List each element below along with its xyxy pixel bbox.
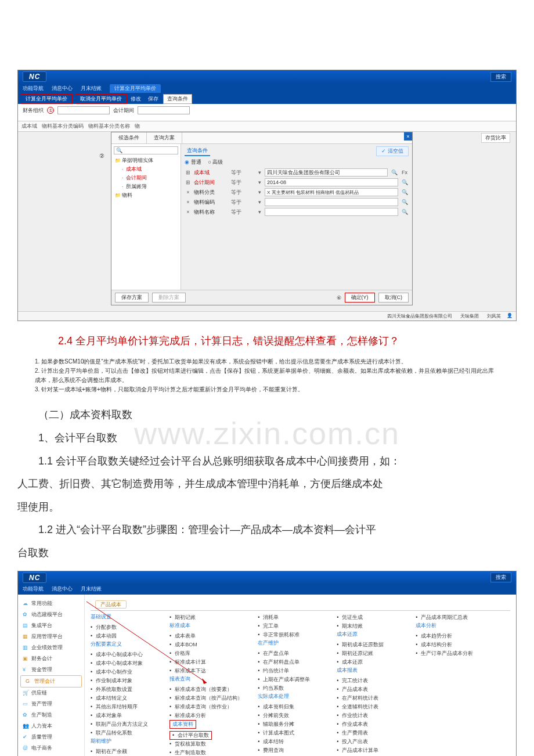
menu-item[interactable]: 成本资料归集 [258, 703, 322, 711]
sidebar-item[interactable]: ¥资金管理 [18, 664, 84, 675]
search-box[interactable]: 搜索 [490, 573, 511, 582]
sidebar-item[interactable]: ▭资产管理 [18, 699, 84, 710]
tree-material[interactable]: 物料 [114, 191, 178, 200]
cond-value[interactable] [265, 208, 398, 216]
menu-item[interactable]: 非正常损耗标准 [258, 631, 322, 639]
chevron-down-icon[interactable]: ▾ [257, 170, 262, 175]
menu-item[interactable]: 生产制造取数 [169, 748, 243, 756]
breadcrumb-item[interactable]: 产品成本 [95, 600, 127, 609]
sidebar-item[interactable]: ✔质量管理 [18, 732, 84, 743]
menu-item[interactable]: 成本还原 [337, 658, 400, 667]
menu-item[interactable]: 月末结账 [81, 585, 102, 593]
sidebar-item[interactable]: ☁常用功能 [18, 598, 84, 609]
menu-item[interactable]: 产品成本表 [337, 685, 400, 694]
edit-button[interactable]: 修改 [127, 95, 145, 103]
menu-item[interactable]: 月末结账 [81, 85, 102, 92]
remove-icon[interactable]: × [185, 209, 192, 215]
menu-item[interactable]: 成本中心制成本中心 [91, 650, 154, 659]
menu-item[interactable]: 上期在产成本调整单 [258, 675, 322, 684]
cancel-calc-button[interactable]: 取消全月平均单价 [75, 94, 127, 104]
menu-item[interactable]: 期末结账 [337, 622, 400, 631]
menu-item[interactable]: 价格库 [169, 649, 243, 658]
menu-item[interactable]: 标准成本查询（按产品结构） [169, 694, 243, 703]
menu-item[interactable]: 在产盘点单 [258, 649, 322, 658]
menu-item[interactable]: 成本中心制作业 [91, 668, 154, 676]
menu-item[interactable]: 约当系数 [258, 684, 322, 693]
menu-item[interactable]: 完工统计表 [337, 676, 400, 685]
sidebar-item[interactable]: 👥人力资本 [18, 721, 84, 732]
menu-item[interactable]: 成本结构分析 [416, 640, 479, 649]
expand-icon[interactable]: ⊞ [185, 179, 192, 185]
menu-item[interactable]: 凭证生成 [337, 613, 400, 622]
tree-period[interactable]: 会计期间 [121, 174, 178, 182]
close-icon[interactable]: × [404, 132, 412, 141]
calc-button[interactable]: 计算全月平均单价 [20, 94, 73, 104]
menu-item[interactable]: 联副产品分离方法定义 [91, 720, 154, 729]
menu-item[interactable]: 产品成本周期汇总表 [416, 613, 479, 622]
chevron-down-icon[interactable]: ▾ [257, 189, 262, 195]
cond-value[interactable]: 四川天味食品集团股份有限公司 [265, 168, 388, 177]
chevron-down-icon[interactable]: ▾ [257, 209, 262, 215]
menu-item[interactable]: 产品成本计算单 [337, 746, 400, 755]
menu-item[interactable]: 辅助服务分摊 [258, 720, 322, 729]
menu-item[interactable]: 功能导航 [23, 85, 44, 92]
menu-item[interactable]: 期初记账 [169, 613, 243, 622]
cond-value[interactable] [265, 198, 398, 206]
tree-root[interactable]: 单据明细实体 [114, 156, 178, 165]
menu-item[interactable]: 生产订单产品成本分析 [416, 649, 479, 658]
sidebar-item[interactable]: @电子商务 [18, 743, 84, 754]
menu-item[interactable]: 外系统取数设置 [91, 685, 154, 694]
query-cond-button[interactable]: 查询条件 [163, 94, 192, 104]
chevron-down-icon[interactable]: ▾ [257, 179, 262, 185]
cond-value[interactable]: 2014-08 [265, 178, 398, 186]
clear-values-button[interactable]: ✓ 清空值 [376, 146, 409, 156]
menu-item[interactable]: 消息中心 [52, 585, 73, 593]
menu-item[interactable]: 成本结转定义 [91, 694, 154, 703]
menu-item[interactable]: 全道辅料统计表 [337, 703, 400, 711]
chevron-down-icon[interactable]: ▾ [257, 199, 262, 205]
menu-item[interactable]: 作业制成本对象 [91, 676, 154, 685]
remove-icon[interactable]: × [185, 199, 192, 205]
menu-item[interactable]: 成本动因 [91, 632, 154, 640]
save-scheme-button[interactable]: 保存方案 [115, 293, 149, 303]
menu-item[interactable]: 作业成本表 [337, 720, 400, 729]
menu-item[interactable]: 标准成本分析 [169, 711, 243, 720]
menu-item[interactable]: 分摊前失效 [258, 711, 322, 720]
fx-icon[interactable]: Fx [400, 170, 409, 175]
user-icon[interactable]: 👤 [507, 313, 513, 319]
ok-button[interactable]: 确定(Y) [345, 293, 375, 303]
sidebar-item[interactable]: ✿生产制造 [18, 710, 84, 721]
menu-item[interactable]: 消耗单 [258, 613, 322, 622]
tab-candidate[interactable]: 候选条件 [111, 132, 147, 143]
sidebar-item-active[interactable]: G管理会计 [20, 675, 82, 687]
save-button[interactable]: 保存 [145, 95, 162, 103]
sidebar-item[interactable]: 🛒供应链 [18, 687, 84, 699]
menu-item[interactable]: 完工单 [258, 622, 322, 631]
search-icon[interactable]: 🔍 [400, 209, 409, 215]
menu-item[interactable]: 标准成本计算 [169, 658, 243, 667]
menu-item[interactable]: 成本表单 [169, 632, 243, 640]
menu-item[interactable]: 在产材料统计表 [337, 694, 400, 703]
menu-item[interactable]: 货权核算取数 [169, 740, 243, 748]
menu-item[interactable]: 生产费用表 [337, 729, 400, 737]
period-input[interactable] [138, 106, 190, 114]
delete-scheme-button[interactable]: 删除方案 [152, 293, 186, 303]
search-box[interactable]: 搜索 [490, 72, 511, 82]
menu-item[interactable]: 其他出库结转顺序 [91, 703, 154, 711]
remove-icon[interactable]: × [185, 189, 192, 195]
search-icon[interactable]: 🔍 [400, 199, 409, 205]
sidebar-item[interactable]: ✿动态建模平台 [18, 609, 84, 620]
menu-item[interactable]: 约当统计单 [258, 667, 322, 675]
menu-item[interactable]: 作业统计表 [337, 711, 400, 720]
menu-item[interactable]: 成本趋势分析 [416, 632, 479, 640]
radio-advanced[interactable]: ○ 高级 [208, 159, 223, 166]
tab-active[interactable]: 计算全月平均单价 [110, 84, 161, 93]
menu-item[interactable]: 标准成本下达 [169, 667, 243, 675]
sidebar-item[interactable]: ▦应用管理平台 [18, 631, 84, 642]
cancel-button[interactable]: 取消(C) [378, 293, 409, 303]
tab-scheme[interactable]: 查询方案 [147, 132, 182, 143]
radio-normal[interactable]: ◉ 普通 [185, 159, 201, 166]
tree-ledger[interactable]: 所属账簿 [121, 182, 178, 191]
search-icon[interactable]: 🔍 [390, 170, 398, 175]
search-icon[interactable]: 🔍 [400, 179, 409, 185]
